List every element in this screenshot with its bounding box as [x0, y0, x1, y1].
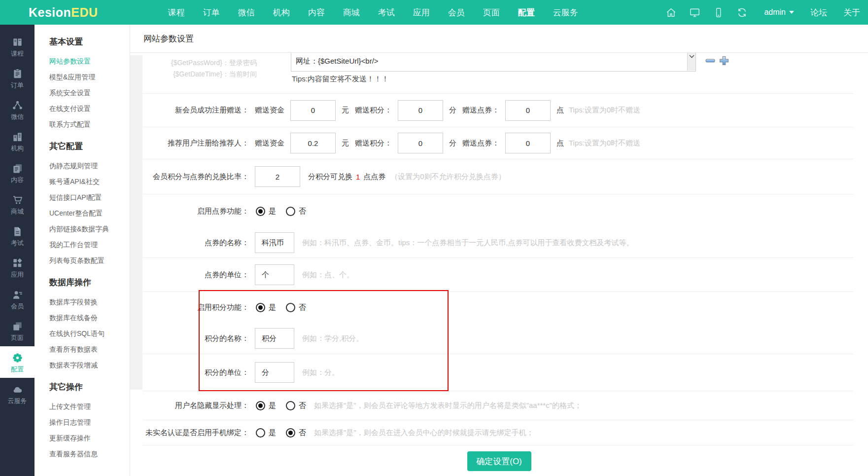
nav-link-forum[interactable]: 论坛	[810, 7, 827, 18]
register-points-input[interactable]	[398, 100, 443, 121]
referral-coupons-input[interactable]	[505, 133, 551, 153]
sidebar-item-cloud[interactable]: 云服务	[0, 378, 35, 409]
menu-item-view-tables[interactable]: 查看所有数据表	[49, 341, 130, 357]
points-enable-yes-radio[interactable]	[256, 303, 265, 312]
coupon-enable-yes-radio[interactable]	[256, 207, 265, 216]
nav-item-org[interactable]: 机构	[273, 7, 290, 18]
nav-item-config[interactable]: 配置	[518, 7, 535, 18]
phone-bind-no-radio[interactable]	[286, 428, 295, 438]
radio-label: 否	[299, 428, 306, 438]
scrollbar[interactable]	[687, 53, 695, 71]
menu-item-table-fields[interactable]: 数据表字段增减	[49, 357, 130, 373]
nav-item-orders[interactable]: 订单	[203, 7, 220, 18]
add-row-icon[interactable]	[719, 55, 729, 68]
sidebar-item-label: 云服务	[8, 398, 27, 404]
coupon-enable-no-radio[interactable]	[286, 207, 295, 216]
nav-item-mall[interactable]: 商城	[343, 7, 360, 18]
field-sublabel: 赠送积分：	[355, 139, 392, 148]
confirm-settings-button[interactable]: 确定设置(O)	[467, 451, 531, 471]
menu-item-sql-exec[interactable]: 在线执行SQL语句	[49, 326, 130, 341]
nav-item-wechat[interactable]: 微信	[238, 7, 255, 18]
menu-item-contact[interactable]: 联系方式配置	[49, 116, 130, 132]
top-navbar: KesionEDU 课程 订单 微信 机构 内容 商城 考试 应用 会员 页面 …	[0, 0, 868, 25]
remove-row-icon[interactable]	[705, 55, 716, 68]
field-hint: 例如：点、个。	[302, 270, 354, 280]
sidebar-item-org[interactable]: 机构	[0, 125, 35, 157]
documents-icon	[12, 163, 23, 174]
menu-item-model-app[interactable]: 模型&应用管理	[49, 69, 130, 85]
menu-item-cache-refresh[interactable]: 更新缓存操作	[49, 430, 130, 446]
main-nav: 课程 订单 微信 机构 内容 商城 考试 应用 会员 页面 配置 云服务	[168, 7, 578, 18]
radio-label: 是	[269, 207, 276, 216]
ratio-input[interactable]	[255, 166, 300, 187]
form-scrollbar-track[interactable]	[130, 55, 142, 390]
user-icon	[12, 289, 23, 300]
menu-item-upload-files[interactable]: 上传文件管理	[49, 399, 130, 414]
coupon-name-input[interactable]	[255, 232, 294, 253]
menu-item-security[interactable]: 系统安全设置	[49, 85, 130, 101]
menu-item-payment[interactable]: 在线支付设置	[49, 101, 130, 116]
points-unit-input[interactable]	[255, 362, 294, 383]
refresh-icon[interactable]	[736, 7, 748, 18]
sidebar-item-apps[interactable]: 应用	[0, 252, 35, 283]
menu-item-site-params[interactable]: 网站参数设置	[49, 53, 130, 69]
sidebar-item-config[interactable]: 配置	[0, 346, 35, 378]
sidebar-item-orders[interactable]: 订单	[0, 62, 35, 94]
gear-icon	[12, 352, 23, 364]
sidebar-item-wechat[interactable]: 微信	[0, 94, 35, 125]
field-hint: 例如：学分,积分。	[302, 334, 363, 343]
referral-points-input[interactable]	[398, 133, 443, 153]
desktop-icon[interactable]	[689, 7, 700, 18]
register-coupons-input[interactable]	[505, 100, 551, 121]
nav-item-courses[interactable]: 课程	[168, 7, 185, 18]
points-name-input[interactable]	[255, 328, 294, 349]
radio-label: 是	[269, 303, 276, 312]
menu-item-op-logs[interactable]: 操作日志管理	[49, 414, 130, 430]
menu-item-server-info[interactable]: 查看服务器信息	[49, 446, 130, 462]
menu-item-rewrite-rules[interactable]: 伪静态规则管理	[49, 158, 130, 174]
row-tips: Tips:设置为0时不赠送	[569, 106, 640, 115]
phone-bind-yes-radio[interactable]	[256, 428, 265, 438]
sidebar-item-content[interactable]: 内容	[0, 157, 35, 188]
nav-item-apps[interactable]: 应用	[413, 7, 430, 18]
menu-item-sms-api[interactable]: 短信接口API配置	[49, 189, 130, 205]
nav-item-cloud[interactable]: 云服务	[553, 7, 578, 18]
building-icon	[12, 131, 23, 143]
menu-heading-other-ops: 其它操作	[49, 380, 130, 395]
sidebar-item-pages[interactable]: 页面	[0, 315, 35, 346]
menu-item-workbench[interactable]: 我的工作台管理	[49, 237, 130, 253]
menu-item-internal-links[interactable]: 内部链接&数据字典	[49, 221, 130, 237]
app-logo[interactable]: KesionEDU	[29, 5, 98, 20]
field-label: 会员积分与点券的兑换比率：	[142, 172, 249, 182]
sidebar-item-members[interactable]: 会员	[0, 283, 35, 315]
menu-item-page-size[interactable]: 列表每页条数配置	[49, 253, 130, 268]
user-menu[interactable]: admin	[764, 8, 794, 17]
menu-item-ucenter[interactable]: UCenter整合配置	[49, 205, 130, 221]
message-content-input[interactable]: 网址：{$GetSiteUrl}<br/>	[291, 53, 696, 72]
page-title: 网站参数设置	[130, 25, 868, 53]
referral-fund-input[interactable]	[290, 133, 336, 153]
username-hide-yes-radio[interactable]	[256, 401, 265, 410]
register-fund-input[interactable]	[290, 100, 336, 121]
field-unit: 点	[556, 139, 564, 148]
points-enable-no-radio[interactable]	[286, 303, 295, 312]
menu-item-db-field-replace[interactable]: 数据库字段替换	[49, 294, 130, 310]
sidebar-item-mall[interactable]: 商城	[0, 188, 35, 220]
coupon-unit-input[interactable]	[255, 264, 294, 285]
nav-item-exam[interactable]: 考试	[378, 7, 395, 18]
message-tips: Tips:内容留空将不发送！！！	[292, 74, 389, 84]
nav-link-about[interactable]: 关于	[843, 7, 860, 18]
nav-item-content[interactable]: 内容	[308, 7, 325, 18]
menu-item-db-backup[interactable]: 数据库在线备份	[49, 310, 130, 326]
ratio-text-before: 分积分可兑换	[308, 172, 352, 182]
menu-item-account-api[interactable]: 账号通API&社交	[49, 174, 130, 189]
logo-text-primary: Kesion	[29, 5, 71, 19]
sidebar-item-exam[interactable]: 考试	[0, 220, 35, 252]
sidebar-item-courses[interactable]: 课程	[0, 31, 35, 62]
nav-item-pages[interactable]: 页面	[483, 7, 500, 18]
home-icon[interactable]	[665, 7, 677, 18]
mobile-icon[interactable]	[713, 7, 724, 18]
username-hide-no-radio[interactable]	[286, 401, 295, 410]
nav-item-members[interactable]: 会员	[448, 7, 465, 18]
main-content: 网站参数设置 {$GetPassWord}：登录密码 {$GetDateTime…	[130, 25, 868, 476]
